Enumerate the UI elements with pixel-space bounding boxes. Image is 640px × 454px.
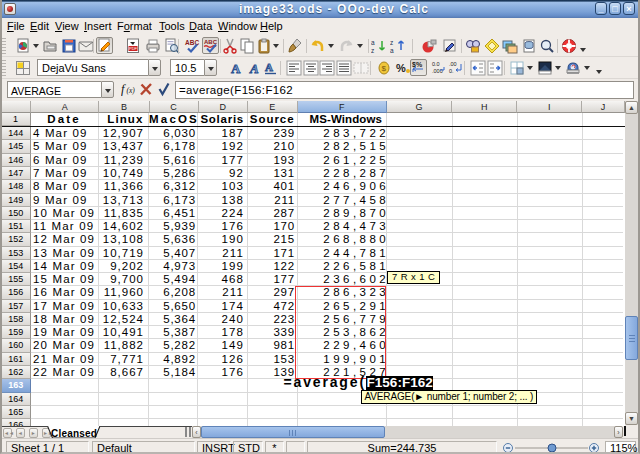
svg-text:0.: 0. — [449, 68, 454, 74]
svg-text:z: z — [371, 47, 374, 54]
svg-text:f: f — [121, 82, 126, 96]
svg-text:ABC: ABC — [185, 39, 199, 46]
svg-text:A: A — [249, 61, 259, 76]
svg-text:A: A — [231, 61, 241, 76]
svg-text:a: a — [371, 39, 375, 46]
svg-text:ABC: ABC — [204, 39, 218, 45]
svg-text:z: z — [390, 39, 393, 46]
svg-text:%: % — [396, 62, 406, 74]
svg-text:$: $ — [382, 64, 387, 73]
svg-text:a: a — [390, 47, 394, 54]
svg-text:A: A — [265, 61, 273, 73]
svg-text:(x): (x) — [127, 86, 136, 95]
svg-text:PDF: PDF — [129, 46, 138, 51]
svg-text:0.0: 0.0 — [432, 61, 440, 67]
svg-text:$%: $% — [412, 61, 423, 69]
svg-text:.00: .00 — [449, 61, 457, 67]
svg-text:.000: .000 — [432, 68, 443, 74]
